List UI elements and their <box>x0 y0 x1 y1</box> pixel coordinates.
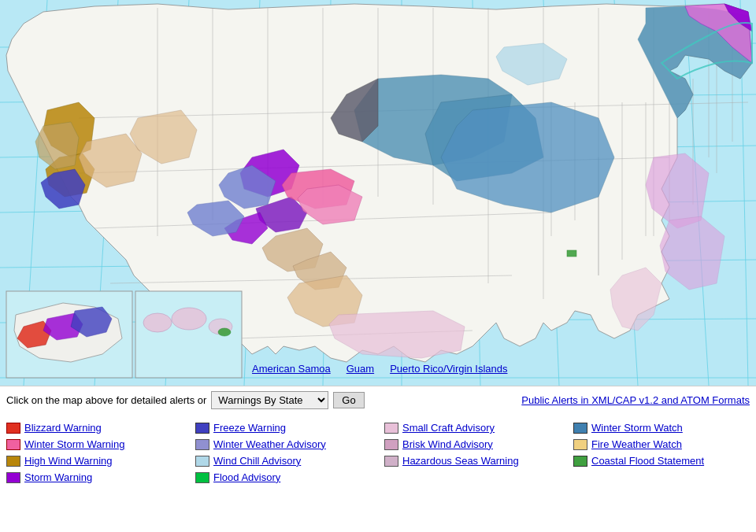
legend-item: Fire Weather Watch <box>573 438 750 452</box>
coastal-flood-se <box>567 250 576 257</box>
legend-item: Blizzard Warning <box>6 422 183 435</box>
controls-bar: Click on the map above for detailed aler… <box>0 386 756 414</box>
legend-item: High Wind Warning <box>6 455 183 468</box>
legend-item: Winter Storm Watch <box>573 422 750 435</box>
legend-item: Small Craft Advisory <box>384 422 561 435</box>
legend-swatch <box>573 423 587 434</box>
xml-cap-link[interactable]: Public Alerts in XML/CAP v1.2 and ATOM F… <box>521 394 750 406</box>
legend-swatch <box>6 423 20 434</box>
legend-label[interactable]: Wind Chill Advisory <box>213 455 301 468</box>
american-samoa-link[interactable]: American Samoa <box>252 363 331 375</box>
legend-label[interactable]: Small Craft Advisory <box>402 422 495 435</box>
legend-label[interactable]: High Wind Warning <box>24 455 113 468</box>
legend-item: Wind Chill Advisory <box>195 455 372 468</box>
go-button[interactable]: Go <box>333 392 364 408</box>
hawaii-island1 <box>143 313 172 332</box>
legend-item: Brisk Wind Advisory <box>384 438 561 452</box>
legend-item: Freeze Warning <box>195 422 372 435</box>
legend-label[interactable]: Brisk Wind Advisory <box>402 438 493 452</box>
warnings-dropdown[interactable]: Warnings By StateWarnings By ZoneWarning… <box>211 391 328 409</box>
instruction-text: Click on the map above for detailed aler… <box>6 394 206 406</box>
map-area[interactable]: American Samoa Guam Puerto Rico/Virgin I… <box>0 0 756 386</box>
legend-label[interactable]: Winter Weather Advisory <box>213 438 326 452</box>
legend-item: Hazardous Seas Warning <box>384 455 561 468</box>
legend-label[interactable]: Blizzard Warning <box>24 422 102 435</box>
legend-swatch <box>384 439 398 450</box>
legend-swatch <box>195 472 209 483</box>
main-container: American Samoa Guam Puerto Rico/Virgin I… <box>0 0 756 493</box>
legend-swatch <box>195 423 209 434</box>
legend-label[interactable]: Coastal Flood Statement <box>591 455 704 468</box>
legend-label[interactable]: Winter Storm Watch <box>591 422 683 435</box>
hawaii-green <box>218 328 231 336</box>
legend-label[interactable]: Winter Storm Warning <box>24 438 124 452</box>
legend-item: Coastal Flood Statement <box>573 455 750 468</box>
legend-swatch <box>573 456 587 467</box>
legend-swatch <box>573 439 587 450</box>
legend-item: Storm Warning <box>6 471 183 485</box>
legend-swatch <box>195 439 209 450</box>
legend-swatch <box>6 472 20 483</box>
legend-swatch <box>6 456 20 467</box>
legend-item: Winter Weather Advisory <box>195 438 372 452</box>
legend-swatch <box>6 439 20 450</box>
legend-swatch <box>384 456 398 467</box>
us-map-svg[interactable] <box>0 0 756 386</box>
legend-swatch <box>384 423 398 434</box>
puerto-rico-link[interactable]: Puerto Rico/Virgin Islands <box>390 363 507 375</box>
legend-swatch <box>195 456 209 467</box>
legend-label[interactable]: Storm Warning <box>24 471 92 485</box>
hawaii-island2 <box>172 308 206 330</box>
legend-label[interactable]: Hazardous Seas Warning <box>402 455 519 468</box>
legend-item: Winter Storm Warning <box>6 438 183 452</box>
legend-label[interactable]: Freeze Warning <box>213 422 286 435</box>
legend-area: Blizzard WarningFreeze WarningSmall Craf… <box>0 414 756 493</box>
territory-bar: American Samoa Guam Puerto Rico/Virgin I… <box>252 363 507 375</box>
legend-label[interactable]: Flood Advisory <box>213 471 280 485</box>
legend-label[interactable]: Fire Weather Watch <box>591 438 682 452</box>
guam-link[interactable]: Guam <box>346 363 374 375</box>
legend-item: Flood Advisory <box>195 471 372 485</box>
